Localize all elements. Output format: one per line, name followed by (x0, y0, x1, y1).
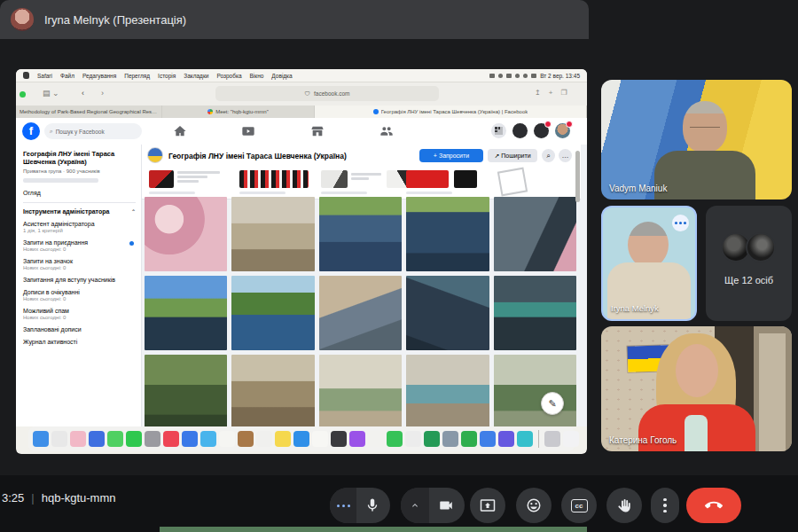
home-icon[interactable] (173, 124, 187, 138)
dock-app-icon[interactable] (256, 431, 272, 447)
dock-app-icon[interactable] (200, 431, 216, 447)
admin-sidebar-item[interactable]: Асистент адміністратора 1 дія, 1 критері… (23, 221, 136, 233)
group-title[interactable]: Географія ЛНУ імені Тараса Шевченка (Укр… (23, 150, 136, 167)
admin-sidebar-item[interactable]: Дописи в очікуванні Нових сьогодні: 0 (23, 289, 136, 301)
profile-avatar[interactable] (555, 123, 570, 138)
admin-sidebar-item[interactable]: Запити на приєднання Нових сьогодні: 0 (23, 239, 136, 252)
ad-black-banner[interactable] (454, 170, 477, 188)
dock-app-icon[interactable] (51, 431, 67, 447)
facebook-logo[interactable]: f (22, 122, 40, 140)
dock-app-icon[interactable] (33, 431, 49, 447)
menu-item[interactable]: Довідка (271, 73, 292, 79)
ad-photo-frame[interactable] (497, 168, 528, 197)
photo-thumbnail[interactable] (319, 276, 402, 350)
photo-thumbnail[interactable] (406, 276, 489, 350)
ad-red-banner[interactable] (406, 170, 449, 188)
dock-app-icon[interactable] (293, 431, 309, 447)
messenger-button[interactable] (512, 123, 528, 138)
facebook-search-input[interactable]: ⌕ Пошук у Facebook (44, 123, 142, 139)
ad-thumbnail[interactable] (149, 170, 174, 188)
dock-app-icon[interactable] (349, 431, 365, 447)
menu-item[interactable]: Історія (158, 73, 176, 79)
menu-item[interactable]: Файл (60, 73, 74, 79)
participant-tile-vadym[interactable]: Vadym Maniuk (601, 80, 792, 200)
dock-app-icon[interactable] (163, 431, 179, 447)
photo-thumbnail[interactable] (406, 197, 489, 271)
menu-item[interactable]: Розробка (216, 73, 241, 79)
notifications-button[interactable] (534, 123, 549, 138)
menu-item[interactable]: Редагування (82, 73, 116, 79)
end-call-button[interactable] (686, 488, 741, 523)
photo-thumbnail[interactable] (231, 197, 314, 271)
photo-thumbnail[interactable] (406, 355, 489, 426)
photo-thumbnail[interactable] (494, 197, 576, 271)
video-icon[interactable] (241, 124, 255, 138)
dock-app-icon[interactable] (126, 431, 142, 447)
participant-tile-kateryna[interactable]: Катерина Гоголь (601, 326, 792, 451)
photo-thumbnail[interactable] (231, 276, 314, 350)
ad-barcode-image[interactable] (239, 170, 309, 188)
photo-thumbnail[interactable] (145, 197, 227, 271)
menu-item[interactable]: Закладки (184, 73, 208, 79)
back-button[interactable]: ‹ (82, 89, 84, 98)
camera-button[interactable] (401, 488, 465, 523)
dock-app-icon[interactable] (461, 431, 477, 447)
admin-sidebar-item[interactable]: Запитання для вступу учасників (23, 277, 136, 283)
participant-tile-iryna[interactable]: Iryna Melnyk (601, 206, 697, 321)
dock-app-icon[interactable] (563, 431, 579, 447)
dock-app-icon[interactable] (89, 431, 105, 447)
dock-app-icon[interactable] (312, 431, 328, 447)
admin-sidebar-item[interactable]: Журнал активності (23, 339, 136, 345)
photo-thumbnail[interactable] (494, 276, 576, 350)
scrollbar-handle[interactable] (575, 151, 580, 202)
tab-meet[interactable]: Meet: "hqb-kgtu-mmn" (162, 106, 315, 118)
dock-app-icon[interactable] (107, 431, 123, 447)
tab-notebooklm[interactable]: Methodology of Park-Based Regional Geogr… (16, 106, 162, 118)
admin-sidebar-item[interactable]: Можливий спам Нових сьогодні: 0 (23, 308, 136, 320)
share-icon[interactable]: ↥ (535, 89, 541, 97)
dock-app-icon[interactable] (331, 431, 347, 447)
photo-thumbnail[interactable] (145, 276, 227, 350)
marketplace-icon[interactable] (310, 124, 325, 138)
dock-app-icon[interactable] (182, 431, 198, 447)
dock-app-icon[interactable] (275, 431, 291, 447)
sidebar-item-overview[interactable]: Огляд (23, 190, 136, 196)
reactions-button[interactable] (516, 488, 552, 523)
ad-product-1[interactable] (321, 170, 348, 188)
dock-app-icon[interactable] (544, 431, 560, 447)
menu-item[interactable]: Вікно (250, 73, 264, 79)
dock-app-icon[interactable] (405, 431, 421, 447)
photo-thumbnail[interactable] (231, 355, 314, 426)
control-center-icon[interactable] (531, 74, 536, 78)
tile-options-button[interactable] (672, 215, 689, 231)
tab-overview-icon[interactable]: ❐ (560, 89, 567, 97)
compose-post-button[interactable]: ✎ (541, 392, 564, 415)
sidebar-toggle-icon[interactable]: ▤ ⌄ (43, 89, 59, 98)
tab-facebook[interactable]: Географія ЛНУ імені Тараса Шевченка (Укр… (315, 106, 587, 118)
page-more-button[interactable]: … (559, 149, 572, 162)
search-icon[interactable] (523, 74, 528, 78)
invite-button[interactable]: + Запросити (419, 149, 483, 162)
more-participants-tile[interactable]: Ще 12 осіб (706, 206, 792, 321)
admin-tools-section[interactable]: Інструменти адміністратора ⌃ (23, 208, 136, 215)
captions-button[interactable]: cc (561, 488, 597, 523)
dock-app-icon[interactable] (238, 431, 254, 447)
present-button[interactable] (470, 488, 505, 523)
admin-sidebar-item[interactable]: Запити на значок Нових сьогодні: 0 (23, 258, 136, 270)
photo-thumbnail[interactable] (494, 355, 576, 426)
dock-app-icon[interactable] (424, 431, 440, 447)
screen-share[interactable]: SafariФайлРедагуванняПереглядІсторіяЗакл… (16, 69, 587, 454)
menu-item[interactable]: Перегляд (124, 73, 150, 79)
page-search-button[interactable]: ⌕ (542, 149, 555, 162)
dock-app-icon[interactable] (387, 431, 403, 447)
forward-button[interactable]: › (101, 89, 104, 98)
dock-app-icon[interactable] (145, 431, 160, 447)
dock-app-icon[interactable] (70, 431, 86, 447)
apple-logo-icon[interactable] (23, 72, 29, 79)
admin-sidebar-item[interactable]: Заплановані дописи (23, 326, 136, 332)
more-options-button[interactable] (651, 488, 679, 523)
apps-menu-button[interactable] (491, 123, 506, 138)
add-tab-icon[interactable]: + (549, 89, 553, 97)
dock-app-icon[interactable] (368, 431, 384, 447)
mic-button[interactable] (330, 488, 390, 523)
